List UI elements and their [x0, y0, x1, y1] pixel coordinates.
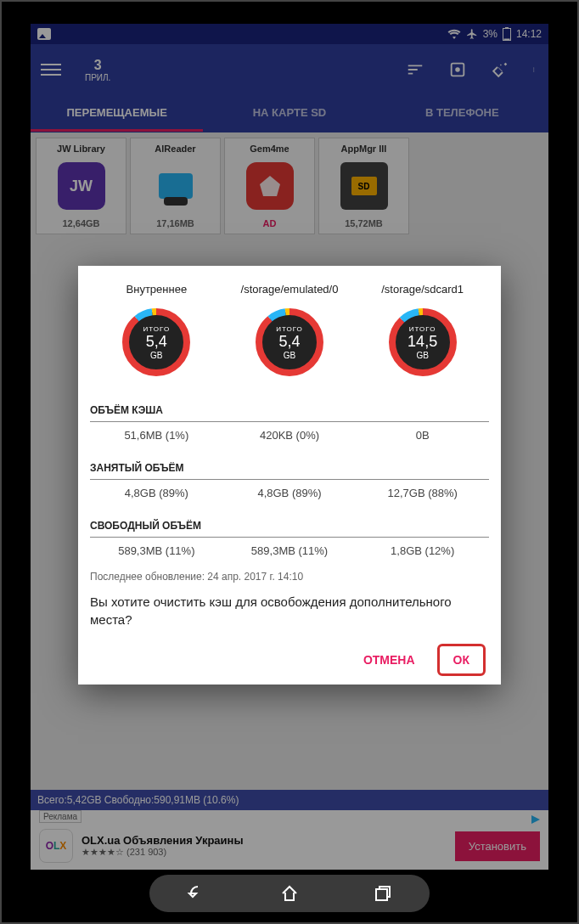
free-row: 589,3MB (11%) 589,3MB (11%) 1,8GB (12%): [90, 538, 489, 567]
free-title: СВОБОДНЫЙ ОБЪЁМ: [90, 515, 489, 538]
storage-gauge: ИТОГО5,4GB: [121, 307, 191, 377]
cancel-button[interactable]: ОТМЕНА: [350, 645, 429, 675]
svg-rect-22: [376, 889, 387, 900]
home-icon[interactable]: [279, 883, 300, 904]
storage-path: /storage/emulated/0: [241, 283, 339, 296]
used-row: 4,8GB (89%) 4,8GB (89%) 12,7GB (88%): [90, 480, 489, 510]
back-icon[interactable]: [186, 883, 206, 904]
storage-sdcard: /storage/sdcard1 ИТОГО14,5GB: [357, 283, 488, 377]
free-val: 589,3MB (11%): [223, 544, 357, 557]
storage-gauge: ИТОГО5,4GB: [255, 307, 324, 377]
last-updated: Последнее обновление: 24 апр. 2017 г. 14…: [90, 571, 489, 583]
cache-val: 51,6MB (1%): [90, 429, 223, 442]
dialog-question: Вы хотите очистить кэш для освобождения …: [90, 593, 489, 628]
storage-internal: Внутреннее ИТОГО5,4GB: [91, 283, 222, 377]
used-val: 4,8GB (89%): [90, 487, 223, 499]
free-val: 1,8GB (12%): [356, 544, 489, 557]
storage-path: Внутреннее: [126, 283, 188, 296]
ok-button[interactable]: ОК: [437, 644, 486, 676]
storage-gauges: Внутреннее ИТОГО5,4GB /storage/emulated/…: [90, 283, 489, 377]
storage-gauge: ИТОГО14,5GB: [388, 307, 458, 377]
used-val: 4,8GB (89%): [223, 487, 357, 499]
storage-emulated: /storage/emulated/0 ИТОГО5,4GB: [223, 283, 355, 377]
free-val: 589,3MB (11%): [90, 544, 223, 557]
navigation-bar: [149, 875, 430, 912]
storage-dialog: Внутреннее ИТОГО5,4GB /storage/emulated/…: [78, 266, 501, 685]
storage-path: /storage/sdcard1: [381, 283, 464, 296]
used-val: 12,7GB (88%): [356, 487, 489, 499]
cache-val: 420KB (0%): [223, 429, 357, 442]
used-title: ЗАНЯТЫЙ ОБЪЁМ: [90, 457, 489, 480]
cache-row: 51,6MB (1%) 420KB (0%) 0B: [90, 422, 489, 452]
cache-title: ОБЪЁМ КЭША: [90, 399, 489, 422]
recent-apps-icon[interactable]: [373, 883, 393, 904]
cache-val: 0B: [356, 429, 489, 442]
